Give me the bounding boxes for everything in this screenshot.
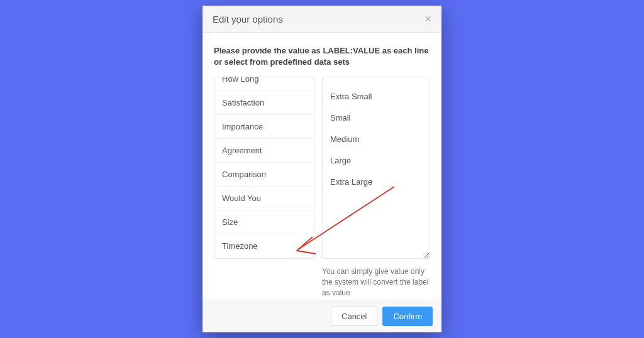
preset-item-size[interactable]: Size <box>214 210 314 234</box>
modal-footer: Cancel Confirm <box>203 300 441 332</box>
preset-item-timezone[interactable]: Timezone <box>214 234 314 258</box>
close-icon: × <box>425 13 431 25</box>
preset-list[interactable]: How LongSatisfactionImportanceAgreementC… <box>214 77 314 259</box>
modal-title: Edit your options <box>213 14 283 25</box>
preset-item-would-you[interactable]: Would You <box>214 187 314 210</box>
close-button[interactable]: × <box>425 13 431 25</box>
preset-item-agreement[interactable]: Agreement <box>214 139 314 163</box>
preset-item-how-long[interactable]: How Long <box>214 77 314 91</box>
confirm-button[interactable]: Confirm <box>382 307 433 326</box>
modal-body: Please provide the value as LABEL:VALUE … <box>203 33 441 300</box>
values-textarea[interactable] <box>322 77 430 259</box>
cancel-button[interactable]: Cancel <box>331 307 377 326</box>
right-column: You can simply give value only the syste… <box>322 77 430 293</box>
preset-item-importance[interactable]: Importance <box>214 115 314 139</box>
columns: How LongSatisfactionImportanceAgreementC… <box>214 77 430 293</box>
preset-item-satisfaction[interactable]: Satisfaction <box>214 91 314 115</box>
instruction-text: Please provide the value as LABEL:VALUE … <box>214 45 430 68</box>
hint-text: You can simply give value only the syste… <box>322 266 430 298</box>
modal-header: Edit your options × <box>203 6 441 33</box>
edit-options-modal: Edit your options × Please provide the v… <box>203 6 441 332</box>
preset-item-comparison[interactable]: Comparison <box>214 163 314 187</box>
